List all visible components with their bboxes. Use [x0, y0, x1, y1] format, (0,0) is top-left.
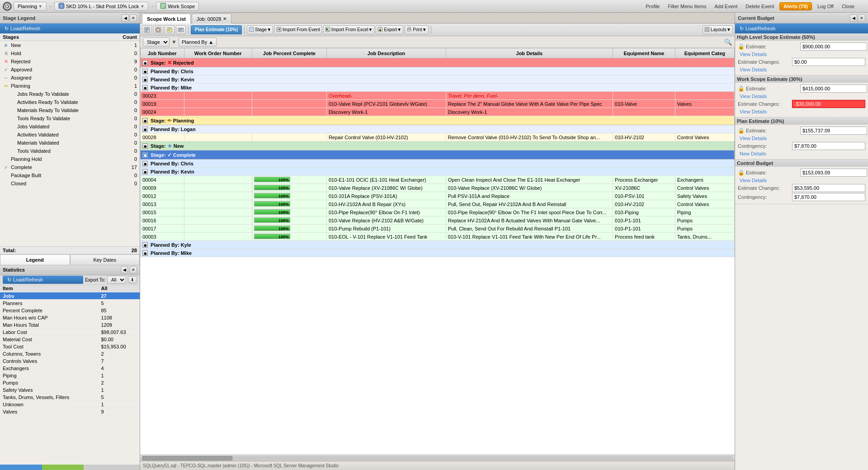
collapse-mike-rejected-icon[interactable]: ■: [142, 85, 148, 90]
toolbar-icon-btn2[interactable]: [153, 25, 163, 34]
table-row[interactable]: 00015 100% 010-Pipe Replace(90° Elbow On…: [141, 208, 735, 216]
legend-btn[interactable]: Legend: [0, 254, 70, 265]
stage-item-approved[interactable]: ✓ Approved 0: [0, 66, 140, 74]
col-work-order[interactable]: Work Order Number: [184, 48, 252, 58]
table-row[interactable]: 00016 100% 010-Valve Replace (HV-2102 A&…: [141, 216, 735, 225]
stage-item-activities-validated[interactable]: Activities Validated 0: [0, 131, 140, 139]
stage-item-planning-hold[interactable]: Planning Hold 0: [0, 155, 140, 163]
stage-item-new[interactable]: ★ New 1: [0, 41, 140, 49]
tab-scope-work-list[interactable]: Scope Work List: [142, 14, 191, 24]
stage-item-assigned[interactable]: → Assigned 0: [0, 74, 140, 82]
stats-load-refresh[interactable]: ↻ Load/Refresh: [3, 276, 83, 284]
stage-item-rejected[interactable]: ✕ Rejected 9: [0, 57, 140, 66]
toolbar-icon-btn4[interactable]: [176, 25, 186, 34]
horizontal-scrollbar[interactable]: [140, 455, 735, 461]
collapse-logan-planning-icon[interactable]: ■: [142, 127, 148, 132]
collapse-kyle-complete-icon[interactable]: ■: [142, 242, 148, 248]
import-from-excel-btn[interactable]: Import From Excel▼: [323, 25, 375, 34]
panel-close-btn[interactable]: ✕: [130, 14, 137, 22]
stage-item-jobs-validated[interactable]: Jobs Validated 0: [0, 122, 140, 131]
hle-estimate-value[interactable]: [800, 42, 867, 51]
stage-btn[interactable]: Stage▼: [247, 25, 273, 34]
budget-close-btn[interactable]: ✕: [858, 14, 865, 22]
collapse-new-icon[interactable]: ■: [142, 143, 148, 149]
table-row[interactable]: 00012 100% 010-101A Replace (PSV-101A) P…: [141, 192, 735, 200]
export-btn[interactable]: Export▼: [376, 25, 403, 34]
stage-item-materials-validated[interactable]: Materials Validated 0: [0, 139, 140, 147]
stage-filter-dropdown[interactable]: Stage: [143, 38, 170, 47]
stage-item-package-built[interactable]: Package Built 0: [0, 171, 140, 179]
about-btn[interactable]: Log Off: [815, 3, 836, 10]
stats-close-btn[interactable]: ✕: [130, 266, 137, 273]
col-equip-cat[interactable]: Equipment Categ: [675, 48, 734, 58]
tab-job-close-icon[interactable]: ✕: [223, 16, 226, 21]
panel-minimize-btn[interactable]: ◀: [122, 14, 129, 22]
table-row[interactable]: 00017 100% 010-Pump Rebuild (P1-101) Pul…: [141, 225, 735, 233]
pe-view-details-link[interactable]: View Details: [738, 136, 769, 141]
collapse-mike-complete-icon[interactable]: ■: [142, 250, 148, 256]
work-scope-nav-btn[interactable]: Work Scope: [156, 2, 199, 11]
collapse-kevin-rejected-icon[interactable]: ■: [142, 77, 148, 82]
wse-changes-value[interactable]: [792, 100, 865, 108]
collapse-complete-icon[interactable]: ■: [142, 152, 148, 158]
table-row[interactable]: 00023 Overhead- Travel, Per diem, Fuel-: [141, 92, 735, 100]
budget-load-refresh[interactable]: ↻ Load/Refresh: [735, 24, 868, 33]
stage-item-planning[interactable]: ✏ Planning 1: [0, 82, 140, 90]
stage-item-tools-ready[interactable]: Tools Ready To Validate 0: [0, 114, 140, 122]
collapse-rejected-icon[interactable]: ■: [142, 60, 148, 66]
col-equip-name[interactable]: Equipment Name: [613, 48, 675, 58]
close-btn[interactable]: [860, 5, 865, 7]
key-dates-btn[interactable]: Key Dates: [70, 254, 140, 265]
stage-item-closed[interactable]: Closed 0: [0, 179, 140, 188]
stage-item-hold[interactable]: ⏸ Hold 0: [0, 49, 140, 57]
import-from-event-btn[interactable]: Import From Event: [274, 25, 322, 34]
wse-estimate-value[interactable]: [800, 85, 867, 93]
stage-item-tools-validated[interactable]: Tools Validated 0: [0, 147, 140, 155]
cb-changes-value[interactable]: [792, 184, 865, 192]
tab-job-00028[interactable]: Job: 00028 ✕: [192, 14, 231, 24]
planned-by-btn[interactable]: Planned By ▲: [179, 38, 217, 47]
stats-export-dropdown[interactable]: All: [107, 276, 126, 284]
cb-view-details-link[interactable]: View Details: [738, 178, 769, 183]
stage-item-jobs-ready[interactable]: Jobs Ready To Validate 0: [0, 90, 140, 98]
wse-view-details-link[interactable]: View Details: [738, 94, 769, 99]
stats-export-btn[interactable]: ⬇: [128, 276, 137, 283]
table-row[interactable]: 00004 100% 010-E1-101 OCIC (E1-101 Heat …: [141, 176, 735, 184]
stage-filter-arrow[interactable]: ▼: [171, 39, 177, 45]
hle-view-details-link2[interactable]: View Details: [738, 67, 769, 72]
load-refresh-bar[interactable]: ↻ Load/Refresh: [0, 24, 140, 33]
add-event-btn[interactable]: Add Event: [712, 3, 740, 10]
toolbar-icon-btn3[interactable]: [165, 25, 175, 34]
table-row[interactable]: 00003 100% 010-EOL - V-101 Replace V1-10…: [141, 233, 735, 241]
new-details-link[interactable]: New Details: [738, 151, 768, 156]
hle-changes-value[interactable]: [792, 58, 865, 66]
table-row[interactable]: 00009 100% 010-Valve Replace (XV-21086C …: [141, 184, 735, 192]
filter-menu-items-btn[interactable]: Filter Menu Items: [665, 3, 709, 10]
col-job-details[interactable]: Job Details: [446, 48, 613, 58]
stage-item-materials-ready[interactable]: Materials Ready To Validate 0: [0, 106, 140, 114]
table-row[interactable]: 00024 Discovery Work-1 Discovery Work-1: [141, 108, 735, 116]
print-btn[interactable]: Print▼: [405, 25, 428, 34]
budget-minimize-btn[interactable]: ◀: [850, 14, 857, 22]
toolbar-icon-btn1[interactable]: [142, 25, 152, 34]
cb-estimate-value[interactable]: [800, 169, 867, 177]
profile-btn[interactable]: Profile: [643, 3, 662, 10]
alerts-btn[interactable]: Alerts (70): [779, 2, 812, 10]
stage-item-activities-ready[interactable]: Activities Ready To Validate 0: [0, 98, 140, 106]
wse-view-details-link2[interactable]: View Details: [738, 109, 769, 114]
col-pct-complete[interactable]: Job Percent Complete: [252, 48, 326, 58]
search-btn[interactable]: 🔍: [724, 38, 732, 46]
collapse-chris-rejected-icon[interactable]: ■: [142, 69, 148, 74]
stage-item-complete[interactable]: ✓ Complete 17: [0, 163, 140, 171]
hle-view-details-link[interactable]: View Details: [738, 52, 769, 57]
planning-nav-btn[interactable]: Planning ▼: [14, 2, 47, 11]
collapse-kevin-complete-icon[interactable]: ■: [142, 169, 148, 174]
table-row[interactable]: 00013 100% 010-HV-2102A And B Repair (XY…: [141, 200, 735, 208]
table-row[interactable]: 00028 Repair Control Valve (010-HV-2102)…: [141, 133, 735, 141]
collapse-chris-complete-icon[interactable]: ■: [142, 161, 148, 166]
pe-estimate-value[interactable]: [800, 127, 867, 135]
log-off-btn[interactable]: Close: [839, 3, 857, 10]
col-job-number[interactable]: Job Number: [141, 48, 184, 58]
col-job-desc[interactable]: Job Description: [326, 48, 446, 58]
cb-contingency-value[interactable]: [792, 193, 865, 201]
